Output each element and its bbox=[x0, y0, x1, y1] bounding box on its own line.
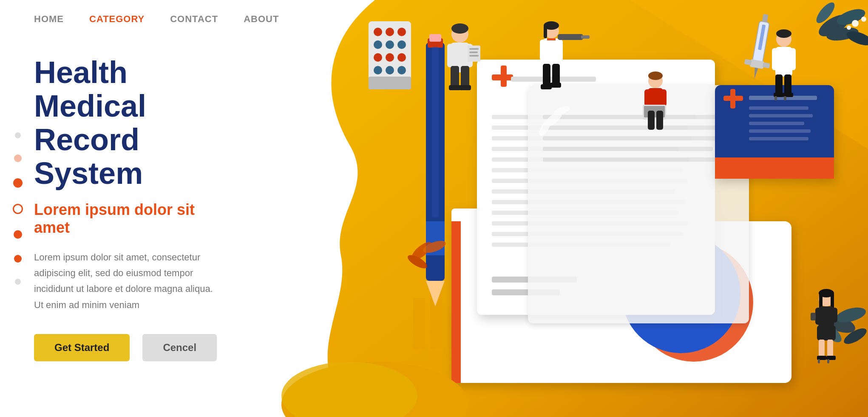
svg-rect-113 bbox=[550, 83, 561, 88]
svg-rect-149 bbox=[827, 359, 829, 363]
dot-2 bbox=[14, 154, 22, 162]
svg-rect-141 bbox=[815, 308, 821, 325]
hero-body: Lorem ipsum dolor sit amet, consectetur … bbox=[34, 249, 221, 313]
svg-rect-5 bbox=[451, 221, 461, 383]
nav-home[interactable]: HOME bbox=[34, 14, 64, 25]
svg-point-56 bbox=[386, 40, 394, 49]
svg-rect-33 bbox=[543, 147, 713, 151]
svg-rect-30 bbox=[543, 115, 730, 119]
svg-rect-128 bbox=[772, 48, 778, 70]
svg-rect-124 bbox=[656, 111, 663, 130]
svg-rect-129 bbox=[790, 48, 796, 70]
svg-rect-143 bbox=[817, 326, 836, 340]
nav-links: HOME CATEGORY CONTACT ABOUT bbox=[34, 14, 279, 25]
svg-rect-64 bbox=[369, 77, 411, 89]
svg-rect-43 bbox=[749, 106, 808, 110]
svg-point-59 bbox=[386, 53, 394, 62]
nav-contact[interactable]: CONTACT bbox=[170, 14, 218, 25]
svg-rect-34 bbox=[543, 157, 723, 162]
svg-rect-46 bbox=[749, 129, 811, 133]
cancel-button[interactable]: Cencel bbox=[142, 334, 217, 361]
nav-about[interactable]: ABOUT bbox=[244, 14, 279, 25]
svg-rect-40 bbox=[432, 47, 439, 217]
svg-rect-101 bbox=[469, 51, 478, 53]
svg-rect-119 bbox=[644, 89, 650, 106]
svg-rect-94 bbox=[451, 66, 459, 87]
svg-rect-134 bbox=[774, 96, 777, 100]
hero-title: Health Medical Record System bbox=[34, 56, 221, 191]
svg-rect-49 bbox=[730, 89, 735, 109]
svg-point-58 bbox=[374, 53, 382, 62]
svg-rect-148 bbox=[818, 359, 820, 363]
dot-5 bbox=[14, 230, 22, 239]
svg-rect-47 bbox=[749, 137, 808, 140]
svg-point-55 bbox=[374, 40, 382, 49]
svg-rect-102 bbox=[469, 55, 479, 57]
svg-rect-44 bbox=[749, 114, 813, 117]
svg-point-60 bbox=[397, 53, 406, 62]
svg-rect-0 bbox=[413, 298, 425, 349]
cta-buttons: Get Started Cencel bbox=[34, 334, 221, 361]
hero-subtitle: Lorem ipsum dolor sit amet bbox=[34, 201, 221, 237]
nav-category[interactable]: CATEGORY bbox=[89, 14, 145, 25]
svg-rect-32 bbox=[543, 136, 726, 140]
svg-point-57 bbox=[397, 40, 406, 49]
bullet-dots bbox=[13, 132, 23, 285]
svg-rect-109 bbox=[547, 38, 556, 40]
svg-rect-97 bbox=[459, 85, 471, 90]
svg-rect-111 bbox=[552, 64, 560, 85]
svg-rect-99 bbox=[468, 46, 480, 62]
svg-rect-120 bbox=[661, 89, 667, 106]
svg-rect-110 bbox=[543, 64, 550, 87]
svg-rect-130 bbox=[775, 74, 783, 96]
svg-rect-135 bbox=[784, 96, 786, 100]
dot-7 bbox=[15, 279, 21, 285]
svg-rect-100 bbox=[469, 48, 479, 50]
svg-rect-107 bbox=[540, 40, 546, 61]
svg-rect-50 bbox=[715, 157, 834, 179]
dot-1 bbox=[15, 132, 21, 138]
dot-4 bbox=[13, 204, 23, 214]
svg-point-62 bbox=[386, 66, 394, 74]
svg-point-117 bbox=[648, 71, 663, 80]
illustration-area bbox=[247, 0, 868, 417]
dot-6 bbox=[14, 255, 22, 263]
svg-rect-142 bbox=[831, 308, 837, 323]
get-started-button[interactable]: Get Started bbox=[34, 334, 130, 361]
svg-rect-150 bbox=[811, 313, 816, 320]
svg-rect-31 bbox=[543, 126, 721, 130]
svg-point-63 bbox=[397, 66, 406, 74]
svg-rect-131 bbox=[784, 74, 791, 96]
svg-rect-92 bbox=[447, 44, 454, 67]
svg-rect-96 bbox=[449, 85, 461, 90]
svg-rect-45 bbox=[749, 122, 804, 125]
svg-rect-95 bbox=[461, 66, 469, 87]
svg-rect-123 bbox=[648, 111, 655, 130]
svg-rect-12 bbox=[501, 66, 507, 87]
dot-3 bbox=[13, 178, 23, 188]
svg-rect-108 bbox=[557, 40, 563, 61]
svg-point-61 bbox=[374, 66, 382, 74]
hero-section: Health Medical Record System Lorem ipsum… bbox=[0, 0, 247, 417]
navbar: HOME CATEGORY CONTACT ABOUT bbox=[0, 0, 868, 38]
